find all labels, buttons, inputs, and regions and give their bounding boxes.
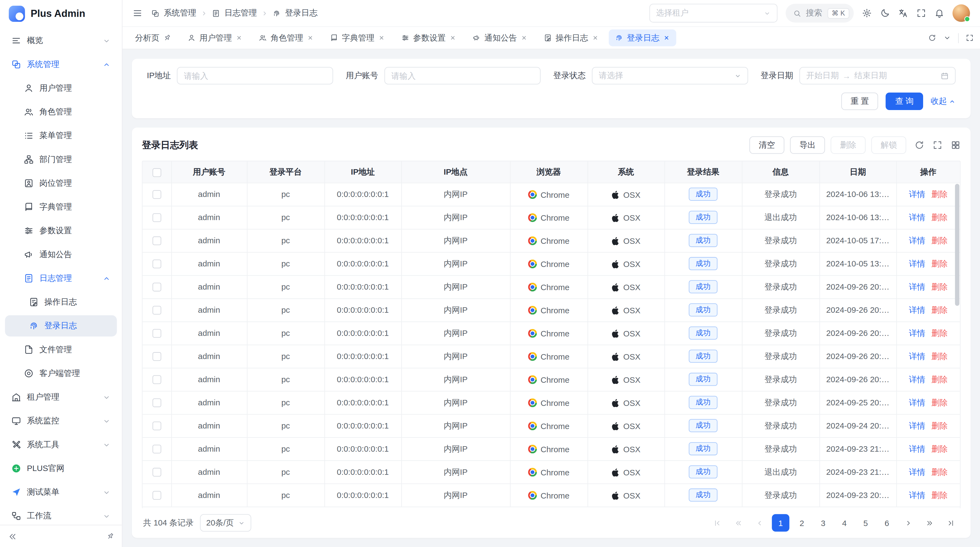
page-button[interactable]: 4 <box>836 514 853 531</box>
breadcrumb-item[interactable]: 日志管理 <box>224 8 257 19</box>
refresh-icon[interactable] <box>928 34 936 42</box>
detail-link[interactable]: 详情 <box>909 189 925 199</box>
row-checkbox[interactable] <box>153 260 161 268</box>
remove-link[interactable]: 删除 <box>931 490 948 499</box>
remove-link[interactable]: 删除 <box>931 351 948 360</box>
select-all-checkbox[interactable] <box>153 168 161 177</box>
column-settings-icon[interactable] <box>951 140 961 150</box>
avatar[interactable] <box>953 4 970 22</box>
close-icon[interactable] <box>378 34 385 41</box>
tab-analysis[interactable]: 分析页 <box>129 29 178 46</box>
search-button[interactable]: 查 询 <box>886 92 923 110</box>
row-checkbox[interactable] <box>153 352 161 361</box>
first-page-button[interactable] <box>708 514 725 531</box>
settings-gear-icon[interactable] <box>862 8 872 18</box>
detail-link[interactable]: 详情 <box>909 444 925 453</box>
sidebar-item-menu-management[interactable]: 菜单管理 <box>5 125 117 146</box>
tab-user-management[interactable]: 用户管理 <box>181 29 249 46</box>
remove-link[interactable]: 删除 <box>931 258 948 268</box>
detail-link[interactable]: 详情 <box>909 374 925 384</box>
sidebar-item-client-management[interactable]: 客户端管理 <box>5 363 117 384</box>
tab-notice[interactable]: 通知公告 <box>466 29 534 46</box>
tab-dict-management[interactable]: 字典管理 <box>324 29 391 46</box>
sidebar-item-operation-log[interactable]: 操作日志 <box>5 292 117 313</box>
tab-operation-log[interactable]: 操作日志 <box>538 29 605 46</box>
chevron-down-icon[interactable] <box>943 34 951 42</box>
row-checkbox[interactable] <box>153 283 161 292</box>
row-checkbox[interactable] <box>153 236 161 245</box>
sidebar-item-department-management[interactable]: 部门管理 <box>5 149 117 170</box>
sidebar-item-plus-website[interactable]: PLUS官网 <box>5 458 117 479</box>
page-button[interactable]: 5 <box>857 514 874 531</box>
remove-link[interactable]: 删除 <box>931 282 948 291</box>
close-icon[interactable] <box>449 34 456 41</box>
next-page-button[interactable] <box>899 514 917 531</box>
global-search-button[interactable]: 搜索 ⌘ K <box>785 4 854 22</box>
collapse-sidebar-icon[interactable] <box>8 531 18 541</box>
delete-button[interactable]: 删除 <box>830 137 865 154</box>
sidebar-item-tenant-management[interactable]: 租户管理 <box>5 386 117 408</box>
remove-link[interactable]: 删除 <box>931 328 948 337</box>
row-checkbox[interactable] <box>153 468 161 477</box>
row-checkbox[interactable] <box>153 306 161 315</box>
breadcrumb-item[interactable]: 登录日志 <box>285 8 317 19</box>
breadcrumb-item[interactable]: 系统管理 <box>164 8 196 19</box>
menu-toggle-icon[interactable] <box>132 8 143 18</box>
close-icon[interactable] <box>520 34 527 41</box>
sidebar-item-user-management[interactable]: 用户管理 <box>5 78 117 99</box>
tenant-select[interactable]: 选择租户 <box>649 4 778 22</box>
export-button[interactable]: 导出 <box>790 137 825 154</box>
sidebar-item-file-management[interactable]: 文件管理 <box>5 339 117 360</box>
remove-link[interactable]: 删除 <box>931 444 948 453</box>
sidebar-item-param-settings[interactable]: 参数设置 <box>5 220 117 241</box>
sidebar-item-workflow[interactable]: 工作流 <box>5 506 117 525</box>
page-size-select[interactable]: 20条/页 <box>200 514 251 531</box>
remove-link[interactable]: 删除 <box>931 397 948 407</box>
row-checkbox[interactable] <box>153 329 161 338</box>
remove-link[interactable]: 删除 <box>931 374 948 384</box>
row-checkbox[interactable] <box>153 190 161 199</box>
prev-page-button[interactable] <box>751 514 768 531</box>
collapse-filter-button[interactable]: 收起 <box>931 96 956 107</box>
remove-link[interactable]: 删除 <box>931 235 948 245</box>
sidebar-item-overview[interactable]: 概览 <box>5 30 117 51</box>
detail-link[interactable]: 详情 <box>909 397 925 407</box>
row-checkbox[interactable] <box>153 399 161 407</box>
status-select[interactable]: 请选择 <box>592 67 748 85</box>
account-input[interactable] <box>391 71 534 80</box>
row-checkbox[interactable] <box>153 491 161 500</box>
page-button[interactable]: 3 <box>815 514 832 531</box>
fullscreen-content-icon[interactable] <box>966 34 974 42</box>
detail-link[interactable]: 详情 <box>909 235 925 245</box>
sidebar-item-system-monitor[interactable]: 系统监控 <box>5 410 117 432</box>
ip-input[interactable] <box>184 71 326 80</box>
jump-back-button[interactable] <box>729 514 747 531</box>
app-logo[interactable]: Plus Admin <box>0 0 122 27</box>
sidebar-item-test-menu[interactable]: 测试菜单 <box>5 482 117 503</box>
tab-login-log[interactable]: 登录日志 <box>609 29 676 46</box>
detail-link[interactable]: 详情 <box>909 305 925 314</box>
close-icon[interactable] <box>307 34 313 41</box>
remove-link[interactable]: 删除 <box>931 189 948 199</box>
fullscreen-icon[interactable] <box>916 8 926 18</box>
remove-link[interactable]: 删除 <box>931 305 948 314</box>
table-scrollbar[interactable] <box>955 184 959 306</box>
row-checkbox[interactable] <box>153 214 161 222</box>
notifications-bell-icon[interactable] <box>934 8 944 18</box>
close-icon[interactable] <box>236 34 243 41</box>
sidebar-item-login-log[interactable]: 登录日志 <box>5 315 117 336</box>
clear-button[interactable]: 清空 <box>749 137 784 154</box>
sidebar-item-system-management[interactable]: 系统管理 <box>5 54 117 75</box>
sidebar-item-log-management[interactable]: 日志管理 <box>5 268 117 289</box>
tab-role-management[interactable]: 角色管理 <box>253 29 320 46</box>
last-page-button[interactable] <box>942 514 959 531</box>
close-icon[interactable] <box>663 34 670 41</box>
sidebar-item-role-management[interactable]: 角色管理 <box>5 101 117 123</box>
sidebar-item-notice[interactable]: 通知公告 <box>5 244 117 265</box>
page-button[interactable]: 1 <box>772 514 789 531</box>
remove-link[interactable]: 删除 <box>931 212 948 222</box>
date-range-picker[interactable]: 开始日期 → 结束日期 <box>799 67 956 85</box>
row-checkbox[interactable] <box>153 375 161 384</box>
remove-link[interactable]: 删除 <box>931 421 948 430</box>
detail-link[interactable]: 详情 <box>909 467 925 476</box>
